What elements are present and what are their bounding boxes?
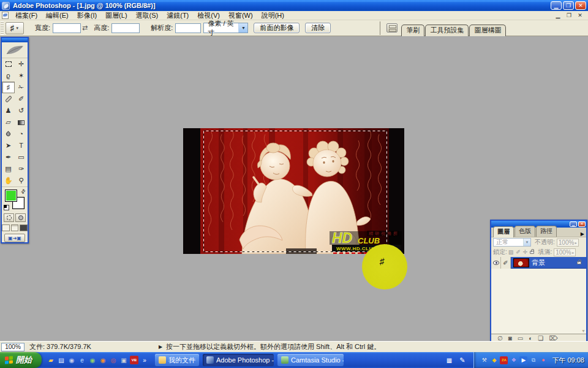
fullscreen-button[interactable] — [20, 224, 28, 231]
palette-well-icon[interactable] — [386, 23, 398, 33]
minimize-button[interactable]: ▁ — [551, 1, 562, 10]
dodge-tool[interactable]: ◔ — [15, 128, 28, 140]
toolbox-titlebar[interactable] — [2, 38, 28, 42]
keyboard-layout-icon[interactable]: ▦ — [447, 357, 452, 364]
tray-purple-icon[interactable]: ❖ — [510, 356, 518, 364]
brush-tool[interactable]: ✐ — [15, 93, 28, 105]
fill-value[interactable]: 100%▸ — [554, 248, 576, 256]
front-image-button[interactable]: 前面的影像 — [254, 23, 300, 33]
palette-minimize-button[interactable]: ▁ — [570, 221, 577, 227]
zoom-tool[interactable]: ⚲ — [15, 175, 28, 186]
crop-tool[interactable]: ♯ — [2, 82, 15, 93]
pen-tool[interactable]: ✒ — [2, 151, 15, 163]
messenger-icon[interactable]: ◎ — [109, 356, 118, 364]
chrome-icon[interactable]: ◉ — [88, 356, 97, 364]
layer-visibility-eye-icon[interactable] — [493, 261, 499, 265]
lock-paint-icon[interactable]: ✐ — [516, 249, 521, 255]
height-input[interactable] — [111, 23, 140, 33]
overflow-chevron-icon[interactable]: » — [140, 356, 149, 364]
palette-close-button[interactable]: ✕ — [578, 221, 586, 227]
document-sizes[interactable]: 文件: 379.7K/379.7K — [29, 342, 91, 351]
rectangle-tool[interactable]: ▭ — [15, 151, 28, 163]
standard-mode-button[interactable] — [4, 213, 14, 222]
vb-icon[interactable]: VB — [130, 356, 138, 364]
options-grip[interactable] — [1, 21, 4, 35]
hand-tool[interactable]: ✋ — [2, 175, 15, 186]
resolution-unit-select[interactable]: 像素 / 英寸 ▼ — [203, 23, 248, 33]
background-layer-row[interactable]: ✐ 背景 — [491, 257, 586, 269]
taskbar-window-photoshop[interactable]: Adobe Photoshop - [1.... — [203, 354, 274, 366]
quick-mask-mode-button[interactable] — [15, 213, 26, 222]
doc-minimize-button[interactable]: ▁ — [554, 12, 562, 18]
type-tool[interactable]: T — [15, 140, 28, 151]
move-tool[interactable]: ✛ — [15, 58, 28, 70]
firefox-icon[interactable]: ◉ — [99, 356, 107, 364]
layer-name[interactable]: 背景 — [532, 258, 577, 267]
opacity-value[interactable]: 100%▸ — [557, 239, 579, 247]
tray-zonealarm-icon[interactable]: ZA — [500, 356, 508, 364]
well-tab-2[interactable]: 圖層構圖 — [469, 25, 506, 36]
lock-transparency-icon[interactable]: ▨ — [508, 249, 514, 255]
tray-shield-icon[interactable]: ◆ — [490, 356, 498, 364]
tray-tools-icon[interactable]: ⚒ — [480, 356, 488, 364]
menu-file[interactable]: 檔案(F) — [11, 10, 42, 21]
healing-brush-tool[interactable] — [2, 93, 15, 105]
foreground-color-swatch[interactable] — [5, 190, 17, 202]
layers-tab-2[interactable]: 路徑 — [536, 226, 557, 237]
lock-position-icon[interactable]: ✛ — [523, 249, 528, 255]
menu-edit[interactable]: 編輯(E) — [42, 10, 73, 21]
resolution-input[interactable] — [175, 23, 201, 33]
menu-layer[interactable]: 圖層(L) — [101, 10, 131, 21]
taskbar-window-camtasia[interactable]: Camtasia Studio - Unti... — [277, 354, 344, 366]
current-tool-chip[interactable]: ♯ ▼ — [6, 22, 24, 34]
menu-filter[interactable]: 濾鏡(T) — [162, 10, 193, 21]
clone-stamp-tool[interactable]: ♟ — [2, 105, 15, 117]
document-shortcut-icon[interactable]: ▤ — [57, 356, 66, 364]
menu-image[interactable]: 影像(I) — [73, 10, 101, 21]
taskbar-clock[interactable]: 下午 09:08 — [552, 356, 584, 365]
lock-all-icon[interactable] — [530, 251, 534, 254]
folder-shortcut-icon[interactable]: ▰ — [47, 356, 55, 364]
well-tab-1[interactable]: 工具預設集 — [425, 25, 469, 36]
width-input[interactable] — [53, 23, 81, 33]
start-button[interactable]: 開始 — [0, 352, 42, 368]
taskbar-window-my-documents[interactable]: 我的文件 — [155, 354, 199, 366]
notes-tool[interactable]: ▤ — [2, 163, 15, 175]
open-image-document[interactable]: 精研視務所 HD CLUB WWW.HD.CLUB.tw — [183, 128, 404, 254]
blend-mode-select[interactable]: 正常 ▼ — [493, 238, 531, 247]
internet-explorer-icon[interactable]: e — [78, 356, 86, 364]
layer-thumbnail[interactable] — [513, 258, 529, 267]
eraser-tool[interactable]: ▱ — [2, 117, 15, 128]
restore-button[interactable]: ❐ — [563, 1, 574, 10]
rectangular-marquee-tool[interactable] — [2, 58, 15, 70]
tray-network-icon[interactable]: ⧉ — [529, 356, 537, 364]
tray-player-icon[interactable]: ▶ — [519, 356, 527, 364]
camera-icon[interactable]: ▣ — [119, 356, 128, 364]
default-colors-icon[interactable] — [4, 205, 9, 210]
palette-menu-arrow-icon[interactable]: ▶ — [581, 231, 584, 237]
gradient-tool[interactable] — [15, 117, 28, 128]
blur-tool[interactable] — [2, 128, 15, 140]
standard-screen-button[interactable] — [2, 224, 10, 231]
doc-close-button[interactable]: ✕ — [576, 12, 584, 18]
scroll-down-arrow-icon[interactable]: ▼ — [581, 329, 586, 333]
tray-red-icon[interactable]: ● — [539, 356, 547, 364]
slice-tool[interactable]: ✁ — [15, 82, 28, 93]
swap-colors-icon[interactable]: ⇄ — [20, 188, 27, 195]
path-selection-tool[interactable]: ➤ — [2, 140, 15, 151]
zoom-level-box[interactable]: 100% — [1, 343, 24, 351]
fullscreen-menubar-button[interactable] — [11, 224, 19, 231]
menu-help[interactable]: 說明(H) — [257, 10, 288, 21]
swap-dimensions-icon[interactable]: ⇄ — [82, 24, 88, 32]
close-button[interactable]: ✕ — [575, 1, 586, 10]
magic-wand-tool[interactable]: ✶ — [15, 70, 28, 82]
eyedropper-tool[interactable]: ✑ — [15, 163, 28, 175]
ime-pen-icon[interactable]: ✎ — [459, 356, 465, 364]
layers-tab-1[interactable]: 色版 — [514, 226, 535, 237]
doc-restore-button[interactable]: ❐ — [565, 12, 573, 18]
well-tab-0[interactable]: 筆刷 — [401, 25, 424, 36]
history-brush-tool[interactable]: ↺ — [15, 105, 28, 117]
layers-tab-0[interactable]: 圖層 — [493, 226, 514, 237]
edit-in-imageready-button[interactable]: ▣➜▣ — [4, 234, 25, 242]
clear-button[interactable]: 清除 — [305, 23, 331, 33]
